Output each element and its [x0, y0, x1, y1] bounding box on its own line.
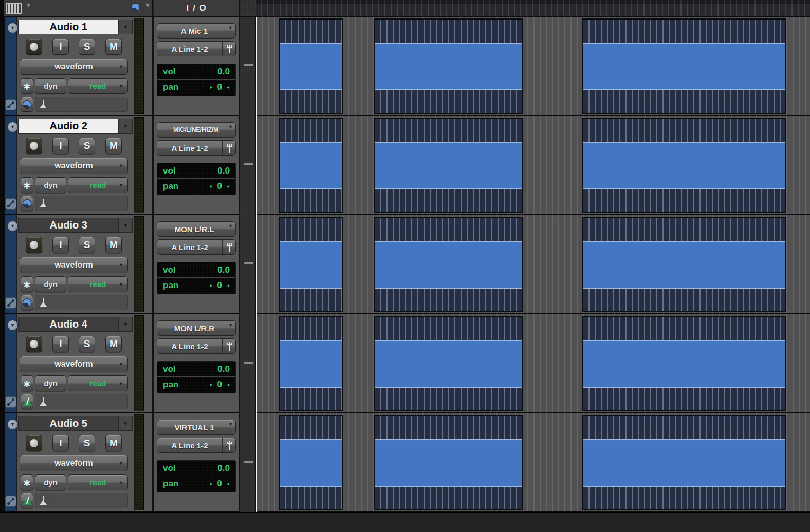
pan-row[interactable]: pan ▸0◂ [157, 476, 235, 491]
freeze-button[interactable]: ∗ [21, 474, 33, 490]
audio-clip[interactable] [374, 217, 523, 312]
output-window-button[interactable] [222, 42, 235, 56]
timebase-link-icon[interactable] [5, 396, 16, 408]
io-output-select[interactable]: A Line 1-2 [157, 338, 236, 354]
input-monitor-button[interactable]: I [52, 435, 69, 451]
track-name-menu-button[interactable]: ▼ [118, 20, 132, 34]
io-output-select[interactable]: A Line 1-2 [157, 140, 236, 156]
timebase-link-icon[interactable] [5, 297, 16, 309]
pan-row[interactable]: pan ▸0◂ [157, 377, 235, 392]
solo-button[interactable]: S [79, 237, 95, 253]
pan-row[interactable]: pan ▸0◂ [157, 179, 235, 194]
solo-button[interactable]: S [79, 138, 95, 154]
audio-clip[interactable] [279, 415, 343, 510]
audio-clip[interactable] [279, 18, 343, 114]
io-input-select[interactable]: MON L/R.R ▼ [157, 320, 236, 336]
timebase-link-icon[interactable] [5, 496, 16, 507]
automation-mode-selector[interactable]: read ▼ [68, 177, 128, 193]
audio-clip[interactable] [374, 18, 523, 114]
timeline-lane[interactable] [257, 17, 810, 116]
record-enable-button[interactable] [26, 237, 42, 253]
timeline-lane[interactable] [257, 215, 810, 314]
playlist-pie-button[interactable] [21, 196, 33, 211]
audio-clip[interactable] [279, 118, 343, 213]
audio-clip[interactable] [582, 316, 786, 411]
track-view-selector[interactable]: waveform ▼ [20, 59, 128, 75]
timeline-lane[interactable] [257, 116, 810, 215]
audio-clip[interactable] [279, 316, 343, 411]
output-window-button[interactable] [222, 339, 235, 353]
elastic-audio-button[interactable] [21, 394, 33, 409]
volume-row[interactable]: vol 0.0 [157, 163, 235, 179]
record-enable-button[interactable] [26, 138, 42, 154]
audio-clip[interactable] [374, 316, 523, 411]
output-window-button[interactable] [222, 438, 235, 452]
io-output-select[interactable]: A Line 1-2 [157, 41, 236, 56]
timebase-pie-icon[interactable] [131, 3, 140, 12]
input-monitor-button[interactable]: I [52, 237, 69, 253]
volume-row[interactable]: vol 0.0 [157, 262, 235, 278]
automation-mode-selector[interactable]: read ▼ [68, 78, 128, 94]
volume-row[interactable]: vol 0.0 [157, 461, 235, 476]
output-window-button[interactable] [222, 141, 235, 155]
playlist-pie-button[interactable] [21, 295, 33, 310]
track-view-selector[interactable]: waveform ▼ [20, 455, 128, 471]
mute-button[interactable]: M [105, 237, 122, 253]
volume-row[interactable]: vol 0.0 [157, 64, 235, 80]
pan-row[interactable]: pan ▸0◂ [157, 80, 235, 95]
scroll-strip[interactable] [240, 17, 256, 512]
track-name-box[interactable]: Audio 1 [19, 20, 118, 34]
track-name-menu-button[interactable]: ▼ [118, 119, 132, 133]
audio-clip[interactable] [582, 18, 786, 114]
io-input-select[interactable]: MIC/LINE/HIZ/M ▼ [157, 122, 236, 138]
mute-button[interactable]: M [105, 138, 122, 154]
freeze-button[interactable]: ∗ [21, 78, 33, 94]
track-name-box[interactable]: Audio 4 [19, 317, 118, 331]
io-column-header[interactable]: I / O [154, 0, 240, 17]
automation-mode-selector[interactable]: read ▼ [68, 474, 128, 490]
record-enable-button[interactable] [26, 336, 42, 352]
track-collapse-button[interactable]: ▼ [7, 122, 18, 132]
track-collapse-button[interactable]: ▼ [7, 221, 18, 232]
mute-button[interactable]: M [105, 435, 122, 451]
freeze-button[interactable]: ∗ [21, 276, 33, 292]
timeline-ruler-strip[interactable] [256, 0, 810, 17]
output-window-button[interactable] [222, 240, 235, 254]
chevron-down-icon[interactable]: ▼ [26, 3, 31, 8]
automation-mode-selector[interactable]: read ▼ [68, 276, 128, 292]
track-list-icon[interactable] [6, 3, 22, 14]
freeze-button[interactable]: ∗ [21, 177, 33, 193]
track-view-selector[interactable]: waveform ▼ [20, 257, 128, 273]
io-input-select[interactable]: A Mic 1 ▼ [157, 23, 236, 39]
audio-clip[interactable] [582, 415, 786, 510]
track-name-box[interactable]: Audio 3 [19, 218, 118, 232]
track-collapse-button[interactable]: ▼ [7, 419, 18, 430]
input-monitor-button[interactable]: I [52, 138, 69, 154]
track-name-menu-button[interactable]: ▼ [118, 416, 132, 430]
audio-clip[interactable] [582, 118, 786, 213]
track-name-menu-button[interactable]: ▼ [118, 317, 132, 331]
audio-clip[interactable] [582, 217, 786, 312]
chevron-down-icon[interactable]: ▼ [145, 3, 151, 8]
pan-row[interactable]: pan ▸0◂ [157, 278, 235, 293]
mute-button[interactable]: M [105, 39, 122, 55]
input-monitor-button[interactable]: I [52, 39, 69, 55]
record-enable-button[interactable] [26, 39, 42, 55]
track-collapse-button[interactable]: ▼ [7, 320, 18, 331]
freeze-button[interactable]: ∗ [21, 375, 33, 391]
automation-mode-selector[interactable]: read ▼ [68, 375, 128, 391]
io-output-select[interactable]: A Line 1-2 [157, 438, 236, 453]
mute-button[interactable]: M [105, 336, 122, 352]
elastic-audio-button[interactable] [21, 493, 33, 508]
dyn-button[interactable]: dyn [35, 78, 66, 94]
volume-row[interactable]: vol 0.0 [157, 362, 235, 377]
track-collapse-button[interactable]: ▼ [7, 23, 18, 33]
dyn-button[interactable]: dyn [35, 177, 66, 193]
timeline-lane[interactable] [257, 314, 810, 413]
record-enable-button[interactable] [26, 435, 42, 451]
track-view-selector[interactable]: waveform ▼ [20, 158, 128, 174]
input-monitor-button[interactable]: I [52, 336, 69, 352]
audio-clip[interactable] [279, 217, 343, 312]
timebase-link-icon[interactable] [5, 99, 16, 110]
solo-button[interactable]: S [79, 336, 95, 352]
